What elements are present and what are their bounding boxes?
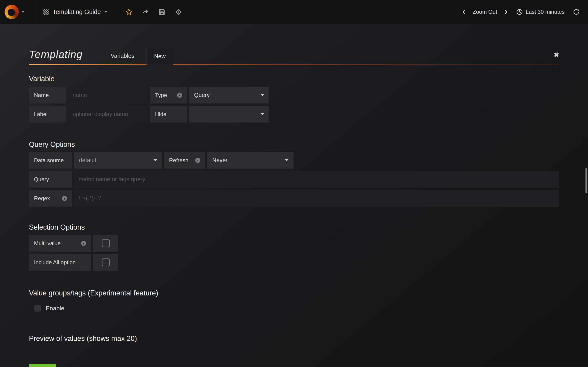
- time-shift-forward-button[interactable]: [501, 7, 510, 17]
- type-select[interactable]: Query: [189, 87, 269, 103]
- type-info-icon[interactable]: i: [177, 93, 182, 98]
- multi-value-label: Multi-value i: [29, 235, 91, 252]
- refresh-select[interactable]: Never: [207, 152, 294, 169]
- include-all-checkbox[interactable]: [93, 254, 118, 271]
- label-field-label: Label: [29, 106, 66, 123]
- save-dashboard-button[interactable]: [157, 7, 167, 17]
- dashboard-caret-icon: [104, 11, 107, 13]
- refresh-icon: [573, 8, 580, 15]
- enable-label: Enable: [46, 305, 64, 312]
- value-groups-heading: Value groups/tags (Experimental feature): [29, 289, 559, 297]
- datasource-row: Data source default Refresh i Never: [29, 152, 559, 169]
- type-select-caret-icon: [260, 94, 264, 96]
- dashboard-settings-button[interactable]: ⚙: [174, 7, 183, 17]
- preview-heading: Preview of values (shows max 20): [29, 334, 559, 343]
- variable-section-heading: Variable: [29, 75, 559, 83]
- tab-variables[interactable]: Variables: [111, 52, 134, 59]
- name-input[interactable]: [68, 87, 148, 103]
- top-navbar: Templating Guide: [0, 0, 588, 24]
- datasource-select[interactable]: default: [74, 152, 162, 169]
- refresh-button[interactable]: [571, 7, 581, 17]
- time-shift-back-button[interactable]: [459, 7, 469, 17]
- refresh-select-caret-icon: [285, 159, 288, 161]
- org-menu-caret-icon: [22, 11, 24, 13]
- query-options-heading: Query Options: [29, 140, 559, 149]
- chevron-right-icon: [503, 9, 509, 15]
- enable-checkbox[interactable]: [35, 305, 41, 311]
- gear-icon: ⚙: [175, 8, 182, 16]
- query-field-label: Query: [29, 171, 72, 188]
- header-accent-line: [29, 64, 559, 65]
- hide-field-label: Hide: [150, 106, 187, 123]
- editor-header: Templating Variables New ✖: [29, 43, 559, 65]
- datasource-select-value: default: [79, 157, 96, 164]
- datasource-field-label: Data source: [29, 152, 72, 169]
- page-title: Templating: [29, 48, 82, 60]
- variable-name-row: Name Type i Query: [29, 87, 559, 103]
- zoom-out-button[interactable]: Zoom Out: [471, 9, 499, 15]
- include-all-label: Include All option: [29, 254, 91, 271]
- hide-select-caret-icon: [260, 113, 264, 115]
- scrollbar-thumb[interactable]: [586, 168, 587, 193]
- selection-options-heading: Selection Options: [29, 223, 559, 232]
- chevron-left-icon: [461, 9, 467, 15]
- dashboard-title-menu[interactable]: Templating Guide: [36, 0, 115, 24]
- dashboard-icon: [43, 9, 49, 15]
- tab-new[interactable]: New: [147, 48, 173, 65]
- share-icon: [142, 8, 149, 16]
- time-controls: Zoom Out Last 30 minutes: [459, 0, 588, 24]
- type-select-value: Query: [194, 92, 210, 98]
- query-row: Query: [29, 171, 559, 188]
- app-root: Templating Guide: [0, 0, 588, 367]
- refresh-field-label: Refresh i: [164, 152, 205, 169]
- enable-row: Enable: [35, 305, 559, 312]
- label-input[interactable]: [68, 106, 148, 123]
- regex-row: Regex i: [29, 190, 559, 207]
- variable-label-row: Label Hide: [29, 106, 559, 123]
- name-field-label: Name: [29, 87, 66, 103]
- add-variable-button[interactable]: Add: [29, 364, 56, 367]
- templating-editor: Templating Variables New ✖ Variable Name…: [0, 43, 588, 367]
- refresh-field-label-text: Refresh: [169, 157, 188, 164]
- refresh-select-value: Never: [212, 157, 228, 164]
- regex-field-label-text: Regex: [34, 195, 50, 202]
- hide-select[interactable]: [189, 106, 269, 123]
- multi-value-label-text: Multi-value: [34, 240, 61, 247]
- grafana-logo-icon: [5, 5, 19, 19]
- org-menu[interactable]: [0, 0, 36, 24]
- regex-input[interactable]: [74, 190, 559, 207]
- multi-value-checkbox-box: [102, 240, 110, 247]
- include-all-row: Include All option: [29, 254, 559, 271]
- type-field-label: Type i: [150, 87, 187, 103]
- query-input[interactable]: [74, 171, 559, 188]
- regex-field-label: Regex i: [29, 190, 72, 207]
- type-field-label-text: Type: [155, 92, 167, 98]
- datasource-select-caret-icon: [153, 159, 157, 161]
- multi-value-info-icon[interactable]: i: [81, 241, 86, 246]
- star-dashboard-button[interactable]: [124, 7, 134, 17]
- multi-value-checkbox[interactable]: [93, 235, 118, 252]
- refresh-info-icon[interactable]: i: [195, 158, 200, 163]
- dashboard-actions: ⚙: [115, 0, 183, 24]
- include-all-checkbox-box: [102, 259, 110, 266]
- grafana-logo-hole: [8, 9, 15, 16]
- clock-icon: [516, 8, 523, 15]
- share-dashboard-button[interactable]: [141, 7, 150, 17]
- dashboard-title: Templating Guide: [52, 8, 101, 16]
- multi-value-row: Multi-value i: [29, 235, 559, 252]
- close-editor-button[interactable]: ✖: [554, 52, 559, 58]
- close-icon: ✖: [554, 51, 559, 58]
- time-range-label: Last 30 minutes: [526, 9, 565, 15]
- save-icon: [158, 8, 166, 16]
- star-icon: [125, 8, 132, 16]
- time-range-picker[interactable]: Last 30 minutes: [516, 8, 565, 15]
- regex-info-icon[interactable]: i: [62, 196, 67, 201]
